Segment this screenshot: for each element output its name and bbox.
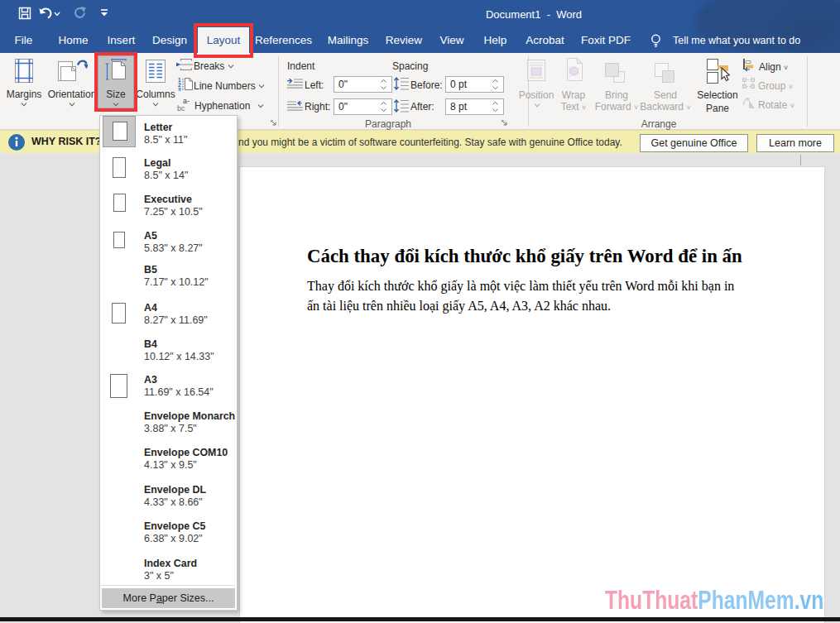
- svg-text:3: 3: [178, 87, 181, 91]
- svg-text:bc: bc: [177, 104, 185, 112]
